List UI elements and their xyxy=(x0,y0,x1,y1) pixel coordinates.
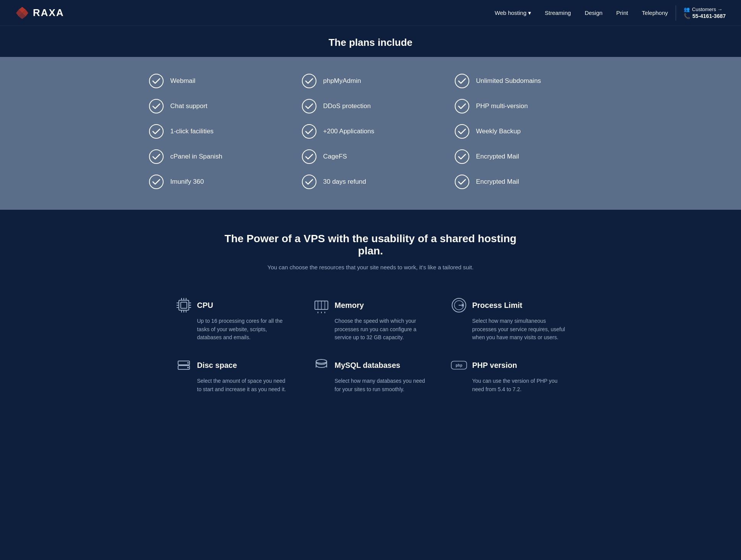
check-icon xyxy=(455,99,469,113)
feature-memory-header: Memory xyxy=(313,297,428,313)
check-icon xyxy=(302,175,316,189)
svg-point-40 xyxy=(187,362,189,364)
check-icon xyxy=(149,124,164,139)
nav-item-streaming[interactable]: Streaming xyxy=(545,10,571,16)
svg-point-2 xyxy=(149,125,163,138)
svg-point-4 xyxy=(149,175,163,189)
vps-section: The Power of a VPS with the usability of… xyxy=(0,210,741,278)
svg-point-13 xyxy=(455,150,469,163)
svg-point-6 xyxy=(302,99,316,113)
plan-item-encrypted-mail-1: Encrypted Mail xyxy=(447,144,600,169)
check-icon xyxy=(149,149,164,164)
svg-point-12 xyxy=(455,125,469,138)
cpu-icon xyxy=(176,297,192,313)
feature-disc-header: Disc space xyxy=(176,357,290,373)
vps-subheading: You can choose the resources that your s… xyxy=(256,264,485,270)
plan-item-ddos: DDoS protection xyxy=(294,94,447,119)
svg-point-1 xyxy=(149,99,163,113)
plan-item-applications: +200 Applications xyxy=(294,119,447,144)
check-icon xyxy=(455,175,469,189)
plan-item-webmail: Webmail xyxy=(141,68,294,94)
php-icon: php xyxy=(451,357,467,373)
logo-icon xyxy=(15,6,29,20)
plan-item-subdomains: Unlimited Subdomains xyxy=(447,68,600,94)
plans-column-2: phpMyAdmin DDoS protection +200 Applicat… xyxy=(294,68,447,194)
process-icon xyxy=(451,297,467,313)
logo-text: Raxa xyxy=(33,7,64,19)
check-icon xyxy=(455,149,469,164)
svg-point-10 xyxy=(455,74,469,88)
logo[interactable]: Raxa xyxy=(15,6,64,20)
check-icon xyxy=(455,124,469,139)
nav-item-print[interactable]: Print xyxy=(616,10,628,16)
plans-section: Webmail Chat support 1-click facilities xyxy=(0,57,741,210)
plans-title: The plans include xyxy=(0,37,741,49)
plans-header: The plans include xyxy=(0,26,741,57)
nav-item-webhosting[interactable]: Web hosting ▾ xyxy=(495,10,531,16)
svg-point-3 xyxy=(149,150,163,163)
plan-item-chat-support: Chat support xyxy=(141,94,294,119)
plans-grid: Webmail Chat support 1-click facilities xyxy=(141,68,600,194)
plan-item-encrypted-mail-2: Encrypted Mail xyxy=(447,169,600,194)
plan-item-imunify: Imunify 360 xyxy=(141,169,294,194)
nav-divider xyxy=(676,5,676,21)
feature-php: php PHP version You can use the version … xyxy=(451,357,566,393)
feature-php-header: php PHP version xyxy=(451,357,566,373)
svg-point-8 xyxy=(302,150,316,163)
nav-item-telephony[interactable]: Telephony xyxy=(642,10,668,16)
plan-item-phpmyadmin: phpMyAdmin xyxy=(294,68,447,94)
svg-point-14 xyxy=(455,175,469,189)
svg-point-7 xyxy=(302,125,316,138)
memory-icon xyxy=(313,297,329,313)
disc-icon xyxy=(176,357,192,373)
svg-point-9 xyxy=(302,175,316,189)
plan-item-weekly-backup: Weekly Backup xyxy=(447,119,600,144)
mysql-icon xyxy=(313,357,329,373)
svg-rect-16 xyxy=(181,302,187,308)
feature-cpu: CPU Up to 16 processing cores for all th… xyxy=(176,297,290,342)
feature-mysql-header: MySQL databases xyxy=(313,357,428,373)
svg-point-41 xyxy=(187,367,189,368)
plan-item-cagefs: CageFS xyxy=(294,144,447,169)
plan-item-1click: 1-click facilities xyxy=(141,119,294,144)
svg-point-11 xyxy=(455,99,469,113)
svg-point-0 xyxy=(149,74,163,88)
svg-point-5 xyxy=(302,74,316,88)
check-icon xyxy=(149,175,164,189)
customers-icon: 👥 xyxy=(684,6,690,12)
vps-heading: The Power of a VPS with the usability of… xyxy=(218,233,524,257)
feature-cpu-header: CPU xyxy=(176,297,290,313)
plan-item-php-multiversion: PHP multi-version xyxy=(447,94,600,119)
features-section: CPU Up to 16 processing cores for all th… xyxy=(0,278,741,416)
customers-link[interactable]: 👥 Customers → xyxy=(684,6,722,12)
feature-disc: Disc space Select the amount of space yo… xyxy=(176,357,290,393)
plan-item-refund: 30 days refund xyxy=(294,169,447,194)
check-icon xyxy=(302,99,316,113)
svg-text:php: php xyxy=(456,363,462,367)
nav-item-design[interactable]: Design xyxy=(585,10,603,16)
phone-icon: 📞 xyxy=(684,13,690,19)
check-icon xyxy=(149,99,164,113)
nav-links: Web hosting ▾ Streaming Design Print Tel… xyxy=(495,10,668,16)
check-icon xyxy=(302,124,316,139)
feature-memory: Memory Choose the speed with which your … xyxy=(313,297,428,342)
check-icon xyxy=(302,149,316,164)
plans-column-1: Webmail Chat support 1-click facilities xyxy=(141,68,294,194)
svg-rect-15 xyxy=(179,300,189,310)
feature-mysql: MySQL databases Select how many database… xyxy=(313,357,428,393)
plan-item-cpanel: cPanel in Spanish xyxy=(141,144,294,169)
feature-process-header: Process Limit xyxy=(451,297,566,313)
chevron-down-icon: ▾ xyxy=(528,10,531,16)
check-icon xyxy=(149,74,164,88)
features-grid: CPU Up to 16 processing cores for all th… xyxy=(161,278,581,416)
check-icon xyxy=(455,74,469,88)
navbar: Raxa Web hosting ▾ Streaming Design Prin… xyxy=(0,0,741,26)
phone-number: 📞 55-4161-3687 xyxy=(684,13,726,19)
feature-process: Process Limit Select how many simultaneo… xyxy=(451,297,566,342)
svg-point-42 xyxy=(316,359,327,363)
plans-column-3: Unlimited Subdomains PHP multi-version W… xyxy=(447,68,600,194)
contact-info: 👥 Customers → 📞 55-4161-3687 xyxy=(684,6,726,19)
check-icon xyxy=(302,74,316,88)
